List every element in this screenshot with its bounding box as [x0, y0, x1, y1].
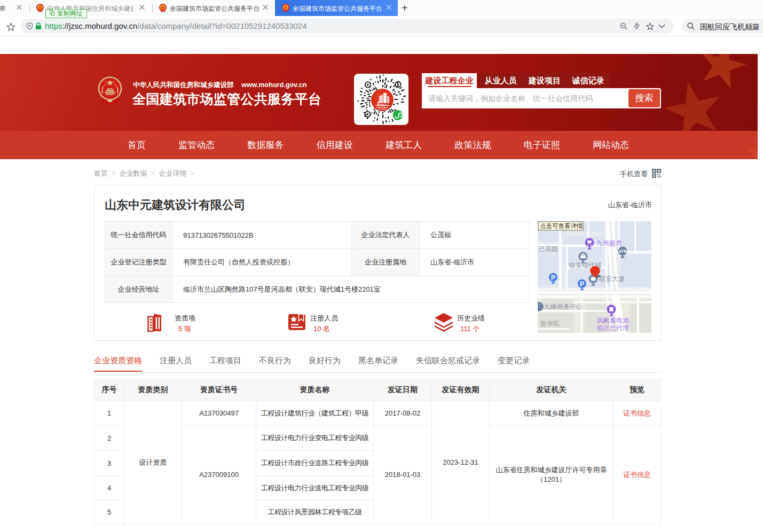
svg-text:九州超市: 九州超市 — [596, 239, 622, 247]
svg-text:九峰商务中心: 九峰商务中心 — [544, 303, 583, 310]
svg-text:联安大厦: 联安大厦 — [599, 275, 625, 283]
svg-text:P: P — [551, 274, 555, 281]
svg-text:P: P — [580, 280, 584, 288]
svg-text:新华苑: 新华苑 — [540, 320, 560, 327]
svg-text:点击可查看详情: 点击可查看详情 — [540, 223, 583, 229]
svg-text:己花园: 己花园 — [539, 245, 558, 253]
svg-text:风帆蓄电池: 风帆蓄电池 — [597, 317, 630, 324]
svg-text:ATM: ATM — [619, 249, 627, 254]
svg-text:临沂总代理: 临沂总代理 — [597, 324, 629, 332]
